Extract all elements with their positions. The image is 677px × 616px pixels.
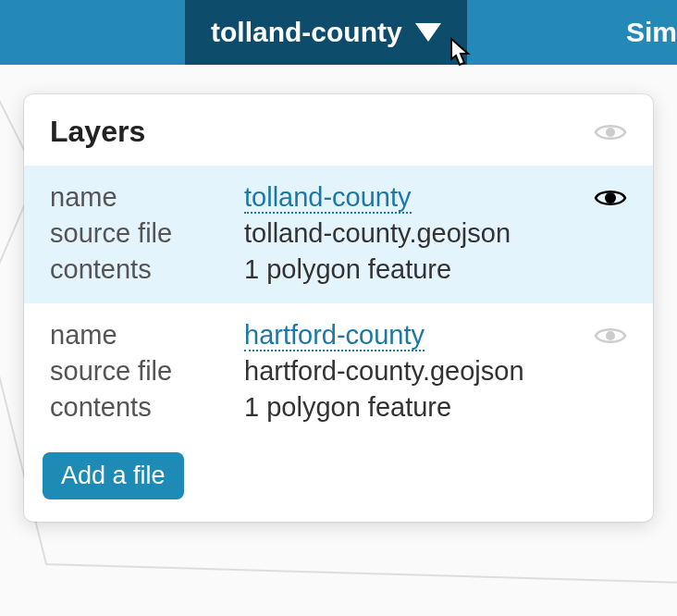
layer-dropdown[interactable]: tolland-county bbox=[185, 0, 467, 65]
visibility-all-icon[interactable] bbox=[594, 121, 627, 143]
layer-contents: 1 polygon feature bbox=[244, 392, 590, 423]
current-layer-label: tolland-county bbox=[211, 17, 402, 48]
layer-source: tolland-county.geojson bbox=[244, 218, 590, 249]
layer-name-link[interactable]: tolland-county bbox=[244, 182, 412, 214]
label-name: name bbox=[50, 182, 244, 213]
caret-down-icon bbox=[415, 23, 441, 42]
layer-row[interactable]: name hartford-county source file hartfor… bbox=[24, 303, 653, 441]
layer-row[interactable]: name tolland-county source file tolland-… bbox=[24, 166, 653, 303]
label-source: source file bbox=[50, 218, 244, 249]
top-bar: tolland-county Sim bbox=[0, 0, 677, 65]
svg-point-2 bbox=[606, 331, 615, 340]
layer-contents: 1 polygon feature bbox=[244, 254, 590, 285]
add-file-button[interactable]: Add a file bbox=[43, 452, 184, 499]
layer-source: hartford-county.geojson bbox=[244, 356, 590, 387]
label-contents: contents bbox=[50, 254, 244, 285]
svg-point-0 bbox=[606, 128, 615, 137]
label-source: source file bbox=[50, 356, 244, 387]
layers-panel: Layers name tolland-county source file t… bbox=[24, 94, 653, 522]
layer-name-link[interactable]: hartford-county bbox=[244, 320, 425, 351]
visibility-toggle-icon[interactable] bbox=[590, 320, 627, 351]
panel-title: Layers bbox=[50, 115, 594, 149]
svg-point-1 bbox=[605, 192, 616, 203]
menu-item-simplify[interactable]: Sim bbox=[626, 0, 677, 65]
label-contents: contents bbox=[50, 392, 244, 423]
visibility-toggle-icon[interactable] bbox=[590, 182, 627, 213]
label-name: name bbox=[50, 320, 244, 351]
